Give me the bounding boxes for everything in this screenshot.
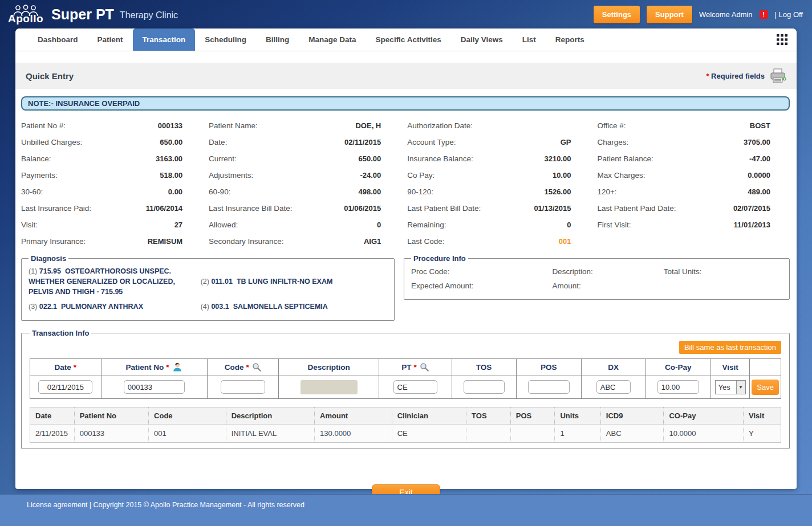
bill-same-button[interactable]: Bill same as last transaction — [679, 341, 781, 354]
field-label: Authorization Date: — [407, 121, 473, 130]
pos-input[interactable] — [528, 380, 570, 394]
chevron-down-icon: ▼ — [736, 381, 745, 394]
field-value: GP — [561, 138, 571, 146]
patient-summary: Patient No #:000133 Patient Name:DOE, H … — [15, 115, 797, 251]
diagnosis-number: (1) — [29, 267, 37, 275]
grid-col-code: Code — [149, 407, 226, 424]
field-label: Co Pay: — [407, 171, 435, 180]
pt-search-icon[interactable] — [419, 362, 429, 372]
diagnosis-code: 022.1 — [39, 303, 57, 311]
cell-units: 1 — [555, 424, 600, 442]
visit-select[interactable]: Yes▼ — [715, 380, 746, 394]
print-icon[interactable] — [769, 68, 786, 84]
field-value: AIG1 — [364, 237, 381, 246]
settings-button[interactable]: Settings — [594, 6, 640, 23]
field-label: Payments: — [21, 171, 58, 180]
grid-col-description: Description — [226, 407, 314, 424]
save-button[interactable]: Save — [752, 380, 779, 395]
proc-code-label: Proc Code: — [411, 267, 552, 276]
proc-expected-amount-label: Expected Amount: — [411, 282, 552, 290]
tab-manage-data[interactable]: Manage Data — [299, 28, 366, 51]
page: Apollo Super PT Therapy Clinic Settings … — [0, 0, 812, 526]
tab-list[interactable]: List — [513, 28, 546, 51]
tab-billing[interactable]: Billing — [256, 28, 299, 51]
summary-row: Last Insurance Paid:11/06/2014 Last Insu… — [21, 200, 797, 217]
diagnosis-fieldset: Diagnosis (1) 715.95 OSTEOARTHOROSIS UNS… — [21, 254, 395, 321]
field-value: -47.00 — [749, 154, 770, 163]
tab-dashboard[interactable]: Dashboard — [28, 28, 88, 51]
field-label: Current: — [209, 154, 237, 163]
summary-row: Unbilled Charges:650.00 Date:02/11/2015 … — [21, 134, 797, 150]
field-label: Max Charges: — [597, 171, 645, 180]
entry-col-code: Code* — [208, 358, 279, 376]
quick-entry-bar: Quick Entry * Required fields — [15, 63, 797, 89]
copay-input[interactable] — [657, 380, 699, 394]
field-value: 11/06/2014 — [146, 204, 182, 213]
code-search-icon[interactable] — [251, 362, 262, 372]
tab-transaction[interactable]: Transaction — [133, 28, 196, 51]
field-label: Patient Balance: — [597, 154, 653, 163]
footer-text: License agreement | Copyright 2015 © Apo… — [27, 501, 304, 509]
field-label: Remaining: — [407, 221, 446, 229]
apollo-logo: Apollo — [8, 5, 43, 24]
field-label: Last Insurance Paid: — [21, 204, 91, 213]
required-fields-note: * Required fields — [706, 68, 786, 84]
entry-col-patient-no: Patient No* — [101, 358, 208, 376]
top-right-actions: Settings Support Welcome Admin ! | Log O… — [594, 6, 803, 23]
tab-patient[interactable]: Patient — [88, 28, 133, 51]
field-value: 000133 — [158, 121, 182, 130]
tab-specific-activities[interactable]: Specific Activities — [366, 28, 451, 51]
main-card: Dashboard Patient Transaction Scheduling… — [15, 28, 797, 489]
proc-description-label: Description: — [552, 267, 663, 276]
diagnosis-legend: Diagnosis — [29, 254, 68, 263]
page-title: Quick Entry — [26, 71, 74, 81]
cell-copay: 10.0000 — [664, 424, 744, 442]
field-label: Unbilled Charges: — [21, 138, 82, 146]
description-field-disabled — [301, 380, 358, 394]
entry-col-copay: Co-Pay — [645, 358, 710, 376]
cell-icd9: ABC — [600, 424, 664, 442]
field-value: 3163.00 — [156, 154, 182, 163]
logoff-link[interactable]: | Log Off — [775, 10, 803, 19]
support-button[interactable]: Support — [647, 6, 692, 23]
code-input[interactable] — [221, 380, 265, 394]
field-value: REMISUM — [148, 237, 182, 246]
transaction-grid: Date Patient No Code Description Amount … — [30, 407, 781, 443]
field-label: 30-60: — [21, 187, 43, 196]
tab-scheduling[interactable]: Scheduling — [195, 28, 256, 51]
tab-daily-views[interactable]: Daily Views — [451, 28, 513, 51]
patient-lookup-icon[interactable] — [172, 361, 183, 373]
grid-col-patient-no: Patient No — [74, 407, 148, 424]
entry-col-tos: TOS — [452, 358, 516, 376]
dx-input[interactable] — [596, 380, 631, 394]
cell-clinician: CE — [392, 424, 466, 442]
tab-reports[interactable]: Reports — [546, 28, 594, 51]
entry-header-row: Date* Patient No* Code* — [30, 358, 781, 376]
grid-col-icd9: ICD9 — [600, 407, 664, 424]
summary-row: Patient No #:000133 Patient Name:DOE, H … — [21, 117, 797, 134]
last-code-value[interactable]: 001 — [559, 237, 571, 246]
field-value: 0 — [377, 221, 381, 229]
table-row[interactable]: 2/11/2015 000133 001 INITIAL EVAL 130.00… — [30, 424, 781, 442]
pt-input[interactable] — [393, 380, 438, 394]
tos-input[interactable] — [464, 380, 505, 394]
entry-col-description: Description — [279, 358, 379, 376]
patient-no-input[interactable] — [124, 380, 185, 394]
summary-row: Visit:27 Allowed:0 Remaining:0 First Vis… — [21, 217, 797, 233]
field-label: 60-90: — [209, 187, 230, 196]
grid-col-tos: TOS — [466, 407, 511, 424]
grid-col-amount: Amount — [315, 407, 392, 424]
field-label: Patient No #: — [21, 121, 66, 130]
field-label: Charges: — [597, 138, 628, 146]
field-label: First Visit: — [597, 221, 631, 229]
field-value: 3210.00 — [544, 154, 571, 163]
field-value: 498.00 — [359, 187, 381, 196]
field-value: 02/07/2015 — [733, 204, 770, 213]
apps-grid-icon[interactable] — [777, 34, 787, 45]
field-label: Patient Name: — [209, 121, 258, 130]
field-label: Balance: — [21, 154, 51, 163]
field-label: Last Code: — [407, 237, 444, 246]
date-input[interactable] — [38, 380, 92, 394]
field-value: 3705.00 — [744, 138, 770, 146]
alert-badge[interactable]: ! — [760, 10, 768, 19]
